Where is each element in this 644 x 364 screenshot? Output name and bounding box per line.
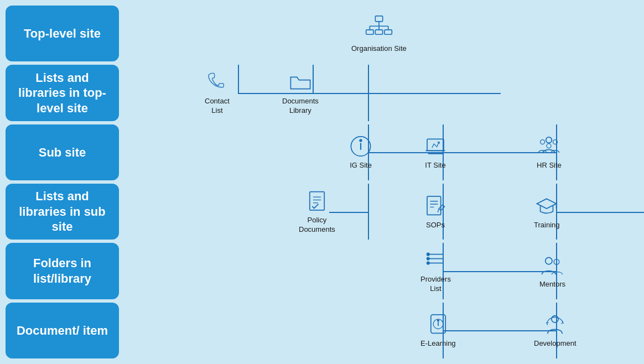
- svg-point-11: [360, 140, 362, 142]
- row-label-sub-site: Sub site: [6, 124, 119, 180]
- hr-site-label: HR Site: [537, 161, 562, 170]
- node-development: Development: [534, 313, 577, 349]
- row-content-top-level: Organisation Site: [119, 6, 638, 61]
- row-lists-sub: Lists and libraries in sub site: [6, 184, 638, 240]
- svg-point-41: [554, 259, 560, 265]
- svg-point-16: [541, 140, 545, 144]
- node-ig-site: IG Site: [349, 134, 373, 170]
- node-mentors: Mentors: [539, 253, 565, 289]
- svg-rect-19: [310, 191, 324, 210]
- node-e-learning: E-Learning: [420, 313, 456, 349]
- node-training: Training: [534, 194, 559, 230]
- svg-rect-23: [427, 196, 441, 215]
- hr-site-icon: [537, 134, 561, 159]
- row-content-folders: ProvidersList Mentors: [119, 243, 638, 299]
- svg-point-15: [546, 137, 552, 143]
- svg-point-18: [547, 144, 551, 148]
- row-label-lists-sub: Lists and libraries in sub site: [6, 184, 119, 240]
- org-site-label: Organisation Site: [351, 44, 407, 53]
- e-learning-label: E-Learning: [420, 339, 456, 349]
- node-policy-documents: PolicyDocuments: [299, 189, 335, 235]
- org-site-icon: [365, 14, 393, 41]
- contact-list-label: ContactList: [205, 97, 230, 116]
- svg-point-17: [553, 140, 558, 144]
- row-label-document: Document/ item: [6, 303, 119, 358]
- providers-list-label: ProvidersList: [420, 275, 451, 294]
- svg-point-37: [427, 253, 429, 255]
- development-icon: [543, 313, 567, 337]
- node-contact-list: ContactList: [205, 70, 230, 116]
- policy-docs-icon: [305, 189, 329, 214]
- svg-marker-28: [537, 199, 557, 209]
- sops-label: SOPs: [426, 220, 445, 230]
- node-it-site: IT Site: [423, 134, 448, 170]
- it-site-icon: [423, 134, 448, 159]
- svg-point-45: [437, 320, 439, 321]
- documents-library-label: DocumentsLibrary: [282, 97, 319, 116]
- sops-icon: [423, 194, 448, 218]
- row-lists-top: Lists and libraries in top-level site Co…: [6, 65, 638, 121]
- documents-library-icon: [288, 70, 313, 95]
- svg-rect-8: [385, 30, 392, 34]
- row-document-item: Document/ item E-Learning: [6, 303, 638, 358]
- svg-point-39: [427, 262, 429, 264]
- row-label-lists-top: Lists and libraries in top-level site: [6, 65, 119, 121]
- e-learning-icon: [426, 313, 450, 337]
- svg-point-46: [552, 316, 558, 323]
- node-hr-site: HR Site: [537, 134, 562, 170]
- svg-rect-6: [366, 30, 373, 34]
- node-organisation-site: Organisation Site: [351, 14, 407, 53]
- svg-line-27: [438, 209, 439, 212]
- training-icon: [534, 194, 559, 218]
- ig-site-label: IG Site: [350, 161, 372, 170]
- ig-site-icon: [349, 134, 373, 159]
- policy-docs-label: PolicyDocuments: [299, 216, 335, 235]
- development-label: Development: [534, 339, 577, 349]
- row-content-lists-top: ContactList DocumentsLibrary: [119, 65, 638, 121]
- contact-list-icon: [205, 70, 229, 95]
- row-content-lists-sub: PolicyDocuments SOPs: [119, 184, 638, 240]
- diagram: Top-level site Organisation Site: [0, 0, 644, 364]
- node-providers-list: ProvidersList: [420, 248, 451, 294]
- row-content-document: E-Learning Development: [119, 303, 638, 358]
- row-top-level-site: Top-level site Organisation Site: [6, 6, 638, 61]
- row-content-sub-site: IG Site IT Site: [119, 124, 638, 180]
- mentors-icon: [540, 253, 564, 278]
- node-documents-library: DocumentsLibrary: [282, 70, 319, 116]
- row-sub-site: Sub site IG Site: [6, 124, 638, 180]
- row-folders: Folders in list/library: [6, 243, 638, 299]
- mentors-label: Mentors: [539, 280, 565, 289]
- svg-point-40: [546, 257, 552, 264]
- row-label-top-level: Top-level site: [6, 6, 119, 61]
- it-site-label: IT Site: [425, 161, 445, 170]
- training-label: Training: [534, 220, 559, 230]
- svg-rect-0: [375, 16, 382, 22]
- providers-list-icon: [423, 248, 448, 273]
- node-sops: SOPs: [423, 194, 448, 230]
- svg-point-38: [427, 257, 429, 259]
- svg-rect-7: [375, 30, 382, 34]
- row-label-folders: Folders in list/library: [6, 243, 119, 299]
